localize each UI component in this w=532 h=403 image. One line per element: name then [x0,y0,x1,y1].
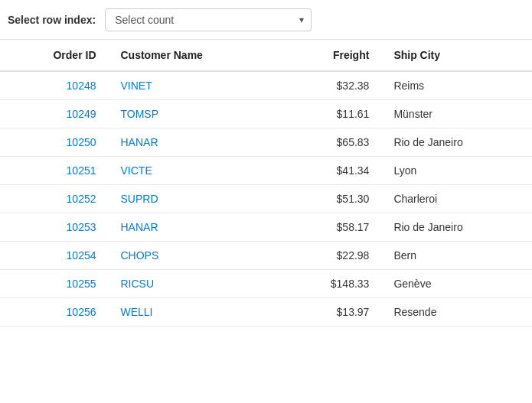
select-count-dropdown[interactable]: Select count 5 10 20 50 [105,8,312,31]
cell-shipcity: Reims [381,71,532,100]
cell-customer: VINET [109,71,280,100]
col-header-customer: Customer Name [109,40,280,71]
cell-orderid: 10250 [0,128,109,157]
cell-orderid: 10252 [0,185,109,213]
cell-shipcity: Charleroi [381,185,532,213]
table-row: 10250HANAR$65.83Rio de Janeiro [0,128,532,157]
cell-shipcity: Bern [381,242,532,270]
cell-freight: $51.30 [280,185,382,213]
col-header-shipcity: Ship City [381,40,532,71]
cell-freight: $22.98 [280,242,382,270]
cell-shipcity: Münster [381,100,532,128]
table-row: 10256WELLI$13.97Resende [0,298,532,327]
cell-orderid: 10254 [0,242,109,270]
cell-customer: WELLI [109,298,280,327]
table-container: Order ID Customer Name Freight Ship City… [0,40,532,403]
cell-freight: $148.33 [280,270,382,298]
select-wrapper: Select count 5 10 20 50 ▾ [105,8,312,31]
cell-orderid: 10256 [0,298,109,327]
cell-freight: $58.17 [280,213,382,242]
cell-customer: TOMSP [109,100,280,128]
table-row: 10249TOMSP$11.61Münster [0,100,532,128]
col-header-orderid: Order ID [0,40,109,71]
top-bar: Select row index: Select count 5 10 20 5… [0,0,532,40]
cell-freight: $13.97 [280,298,382,327]
cell-shipcity: Rio de Janeiro [381,128,532,157]
cell-freight: $32.38 [280,71,382,100]
cell-shipcity: Resende [381,298,532,327]
cell-customer: CHOPS [109,242,280,270]
cell-shipcity: Lyon [381,157,532,185]
row-index-label: Select row index: [8,14,96,26]
data-table: Order ID Customer Name Freight Ship City… [0,40,532,327]
table-header-row: Order ID Customer Name Freight Ship City [0,40,532,71]
cell-customer: SUPRD [109,185,280,213]
table-row: 10254CHOPS$22.98Bern [0,242,532,270]
table-row: 10252SUPRD$51.30Charleroi [0,185,532,213]
cell-customer: RICSU [109,270,280,298]
cell-orderid: 10249 [0,100,109,128]
cell-orderid: 10253 [0,213,109,242]
table-row: 10251VICTE$41.34Lyon [0,157,532,185]
cell-shipcity: Genève [381,270,532,298]
table-row: 10253HANAR$58.17Rio de Janeiro [0,213,532,242]
cell-freight: $11.61 [280,100,382,128]
cell-orderid: 10255 [0,270,109,298]
cell-shipcity: Rio de Janeiro [381,213,532,242]
table-row: 10255RICSU$148.33Genève [0,270,532,298]
cell-customer: HANAR [109,128,280,157]
table-scroll[interactable]: Order ID Customer Name Freight Ship City… [0,40,532,403]
cell-customer: VICTE [109,157,280,185]
cell-customer: HANAR [109,213,280,242]
table-row: 10248VINET$32.38Reims [0,71,532,100]
cell-orderid: 10248 [0,71,109,100]
cell-freight: $41.34 [280,157,382,185]
cell-freight: $65.83 [280,128,382,157]
cell-orderid: 10251 [0,157,109,185]
col-header-freight: Freight [280,40,382,71]
